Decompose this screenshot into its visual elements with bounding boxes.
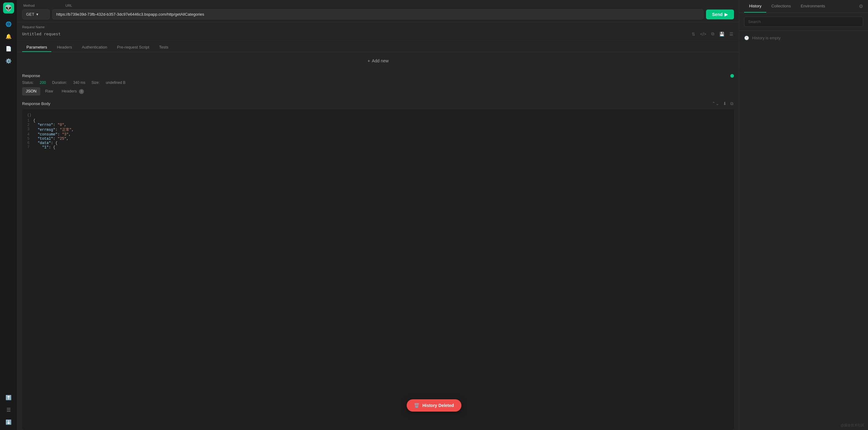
trash-icon: 🗑️ <box>414 403 419 408</box>
code-line-2: 2 "errno": "0", <box>25 123 732 127</box>
tab-headers[interactable]: Headers <box>53 43 76 52</box>
right-panel: History Collections Environments ⚙ 🕐 His… <box>739 0 868 430</box>
request-panel: Method URL GET ▾ Send ▶ Request Name Unt… <box>17 0 739 430</box>
code-line-5: 5 "total": "25", <box>25 137 732 141</box>
search-input[interactable] <box>744 16 863 27</box>
response-body-section: Response Body ⌃⌄ ⬇ ⧉ {} 1 { 2 " <box>22 98 734 430</box>
right-tab-environments[interactable]: Environments <box>796 0 830 12</box>
add-new-section: + Add new <box>17 52 739 70</box>
copy-icon-btn[interactable]: ⧉ <box>711 31 715 37</box>
right-tab-history[interactable]: History <box>744 0 766 12</box>
headers-badge: 6 <box>79 89 84 94</box>
url-bar: GET ▾ Send ▶ <box>22 9 734 19</box>
duration-value: 340 ms <box>73 80 85 85</box>
url-bar-labels: Method URL <box>22 4 734 7</box>
tab-tests[interactable]: Tests <box>155 43 173 52</box>
history-empty-label: History is empty <box>752 36 780 40</box>
app-logo[interactable]: 👽 <box>3 2 14 13</box>
toast-label: History Deleted <box>422 403 454 408</box>
clock-icon: 🕐 <box>744 36 749 40</box>
resp-tab-raw[interactable]: Raw <box>41 87 57 96</box>
status-value: 200 <box>40 80 46 85</box>
response-status-dot <box>730 74 734 78</box>
menu-icon-btn[interactable]: ☰ <box>729 31 734 37</box>
request-name-row: Untitled request ⇅ </> ⧉ 💾 ☰ <box>22 31 734 37</box>
expand-icon-btn[interactable]: ⌃⌄ <box>711 100 720 107</box>
method-chevron-icon: ▾ <box>36 12 38 16</box>
download-body-icon-btn[interactable]: ⬇ <box>722 100 727 107</box>
main-content: Method URL GET ▾ Send ▶ Request Name Unt… <box>17 0 739 430</box>
send-button[interactable]: Send ▶ <box>706 9 734 19</box>
resp-tab-headers[interactable]: Headers 6 <box>58 87 88 96</box>
code-line-7: 7 "1": { <box>25 145 732 150</box>
response-body-header: Response Body ⌃⌄ ⬇ ⧉ <box>22 98 734 109</box>
plus-icon: + <box>368 58 370 63</box>
url-bar-container: Method URL GET ▾ Send ▶ <box>17 0 739 22</box>
history-deleted-toast: 🗑️ History Deleted <box>407 399 461 411</box>
right-panel-tabs: History Collections Environments ⚙ <box>739 0 868 13</box>
document-icon: 📄 <box>5 46 12 52</box>
sidebar-icon-upload[interactable]: ⬆️ <box>3 392 14 403</box>
duration-label: Duration: <box>52 80 67 85</box>
add-new-label: Add new <box>372 58 389 63</box>
code-area-header: {} <box>25 112 732 119</box>
sidebar: 👽 🌐 🔔 📄 ⚙️ ⬆️ ☰ ⬇️ <box>0 0 17 430</box>
response-meta: Status: 200 Duration: 340 ms Size: undef… <box>22 80 734 87</box>
response-title: Response <box>22 73 40 78</box>
copy-body-icon-btn[interactable]: ⧉ <box>730 100 734 107</box>
history-empty: 🕐 History is empty <box>739 31 868 45</box>
watermark: @掘金技术社区 <box>841 423 864 428</box>
resp-tab-json[interactable]: JSON <box>22 87 40 96</box>
code-icon-btn[interactable]: </> <box>700 31 707 37</box>
gear-icon[interactable]: ⚙ <box>859 3 863 9</box>
method-select[interactable]: GET ▾ <box>22 9 50 19</box>
code-line-6: 6 "data": { <box>25 141 732 145</box>
sidebar-icon-download[interactable]: ⬇️ <box>3 417 14 428</box>
response-tabs: JSON Raw Headers 6 <box>22 87 734 96</box>
upload-icon: ⬆️ <box>5 395 12 400</box>
request-name-section: Request Name Untitled request ⇅ </> ⧉ 💾 … <box>17 22 739 40</box>
save-icon-btn[interactable]: 💾 <box>719 31 725 37</box>
search-container <box>739 13 868 31</box>
size-value: undefined B <box>106 80 125 85</box>
code-line-4: 4 "consume": "3", <box>25 132 732 137</box>
download-icon: ⬇️ <box>5 419 12 425</box>
list-icon: ☰ <box>6 407 11 413</box>
response-body-title: Response Body <box>22 101 51 106</box>
sidebar-icon-settings[interactable]: ⚙️ <box>3 55 14 66</box>
code-area: {} 1 { 2 "errno": "0", 3 "errmsg": "正常", <box>22 109 734 430</box>
size-label: Size: <box>91 80 100 85</box>
send-label: Send <box>712 12 723 17</box>
sidebar-icon-bell[interactable]: 🔔 <box>3 31 14 42</box>
response-body-actions: ⌃⌄ ⬇ ⧉ <box>711 100 734 107</box>
request-name-actions: ⇅ </> ⧉ 💾 ☰ <box>691 31 734 37</box>
right-panel-tab-group: History Collections Environments <box>744 0 830 12</box>
request-name-label: Request Name <box>22 25 734 29</box>
request-name-text: Untitled request <box>22 32 61 36</box>
request-tabs: Parameters Headers Authentication Pre-re… <box>17 40 739 52</box>
method-label: Method <box>23 4 35 7</box>
right-tab-collections[interactable]: Collections <box>766 0 796 12</box>
tab-authentication[interactable]: Authentication <box>78 43 111 52</box>
code-line-1: 1 { <box>25 119 732 123</box>
response-header: Response <box>22 70 734 80</box>
sidebar-icon-globe[interactable]: 🌐 <box>3 19 14 30</box>
send-arrow-icon: ▶ <box>724 12 728 17</box>
tab-pre-request-script[interactable]: Pre-request Script <box>113 43 154 52</box>
add-new-button[interactable]: + Add new <box>368 58 389 63</box>
settings-icon: ⚙️ <box>5 58 12 64</box>
globe-icon: 🌐 <box>5 21 12 27</box>
bell-icon: 🔔 <box>5 33 12 39</box>
sidebar-icon-list[interactable]: ☰ <box>3 404 14 415</box>
logo-icon: 👽 <box>5 4 12 12</box>
url-label: URL <box>65 4 72 7</box>
sidebar-icon-doc[interactable]: 📄 <box>3 43 14 54</box>
swap-icon-btn[interactable]: ⇅ <box>691 31 696 37</box>
tab-parameters[interactable]: Parameters <box>22 43 51 52</box>
method-value: GET <box>26 12 34 16</box>
toast-container: 🗑️ History Deleted <box>407 399 461 411</box>
url-input[interactable] <box>52 9 704 19</box>
code-line-3: 3 "errmsg": "正常", <box>25 127 732 132</box>
response-section: Response Status: 200 Duration: 340 ms Si… <box>17 70 739 430</box>
status-label: Status: <box>22 80 33 85</box>
